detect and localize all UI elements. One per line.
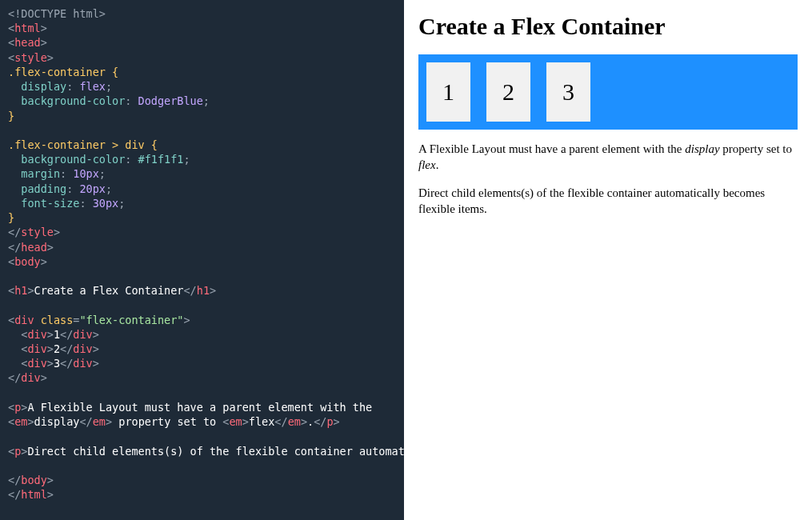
p1-text-b: property set to <box>112 415 222 428</box>
em-flex: flex <box>249 415 275 428</box>
tag-div-1-close: div <box>73 328 92 341</box>
tag-body-close: body <box>21 474 47 486</box>
p1-c: . <box>436 158 439 171</box>
p1-em-flex: flex <box>418 158 436 171</box>
val-30px: 30px <box>93 197 119 210</box>
close-brace-2: } <box>8 211 14 224</box>
paragraph-1: A Flexible Layout must have a parent ele… <box>418 141 798 174</box>
str-flexcontainer: "flex-container" <box>79 314 183 326</box>
doctype: <!DOCTYPE html> <box>8 7 106 20</box>
paragraph-2: Direct child elements(s) of the flexible… <box>418 185 798 218</box>
flex-item-3: 3 <box>546 62 590 122</box>
prop-bgcolor-1: background-color <box>21 94 125 107</box>
tag-em1-open: em <box>14 415 27 428</box>
h1-text: Create a Flex Container <box>34 284 184 297</box>
val-10px: 10px <box>73 167 99 180</box>
prop-display: display <box>21 80 66 93</box>
p1-b: property set to <box>720 142 792 155</box>
tag-div-1-open: div <box>27 328 46 341</box>
val-dodgerblue: DodgerBlue <box>138 94 203 107</box>
code-item-1: 1 <box>54 328 60 341</box>
tag-body-open: body <box>14 255 41 268</box>
p1-text-c: . <box>307 415 314 428</box>
prop-fontsize: font-size <box>21 197 79 210</box>
flex-item-2: 2 <box>486 62 530 122</box>
tag-em1-close: em <box>93 415 106 428</box>
tag-em2-open: em <box>229 415 242 428</box>
attr-class: class <box>41 314 74 326</box>
tag-html-close: html <box>21 488 47 501</box>
tag-html-open: html <box>14 22 41 34</box>
tag-head-close: head <box>21 241 47 254</box>
flex-container: 1 2 3 <box>418 54 798 130</box>
p1-text-a: A Flexible Layout must have a parent ele… <box>27 401 378 414</box>
p1-a: A Flexible Layout must have a parent ele… <box>418 142 685 155</box>
code-item-3: 3 <box>54 357 60 370</box>
p2-text: Direct child elements(s) of the flexible… <box>27 445 404 458</box>
tag-div-outer-open: div <box>14 314 34 326</box>
tag-h1-close: h1 <box>197 284 210 297</box>
tag-div-2-close: div <box>73 342 92 355</box>
tag-div-3-open: div <box>27 357 46 370</box>
val-20px: 20px <box>79 182 106 195</box>
tag-div-2-open: div <box>27 342 46 355</box>
tag-p1-close: p <box>326 415 333 428</box>
close-brace-1: } <box>8 110 14 122</box>
tag-em2-close: em <box>288 415 301 428</box>
selector-flex-container: .flex-container { <box>8 66 118 78</box>
selector-flex-child: .flex-container > div { <box>8 138 158 151</box>
code-item-2: 2 <box>54 342 60 355</box>
prop-margin: margin <box>21 167 60 180</box>
tag-style-open: style <box>14 51 47 64</box>
flex-item-1: 1 <box>426 62 470 122</box>
page-title: Create a Flex Container <box>418 13 798 40</box>
tag-style-close: style <box>21 226 54 238</box>
val-hex: #f1f1f1 <box>138 153 184 166</box>
tag-h1-open: h1 <box>14 284 27 297</box>
code-editor[interactable]: <!DOCTYPE html> <html> <head> <style> .f… <box>0 0 404 520</box>
prop-padding: padding <box>21 182 66 195</box>
prop-bgcolor-2: background-color <box>21 153 125 166</box>
preview-panel: Create a Flex Container 1 2 3 A Flexible… <box>404 0 812 520</box>
tag-div-3-close: div <box>73 357 92 370</box>
tag-div-outer-close: div <box>21 371 40 384</box>
p1-em-display: display <box>685 142 719 155</box>
em-display: display <box>34 415 80 428</box>
code-content[interactable]: <!DOCTYPE html> <html> <head> <style> .f… <box>8 6 396 502</box>
val-flex: flex <box>79 80 106 93</box>
tag-head-open: head <box>14 36 41 49</box>
